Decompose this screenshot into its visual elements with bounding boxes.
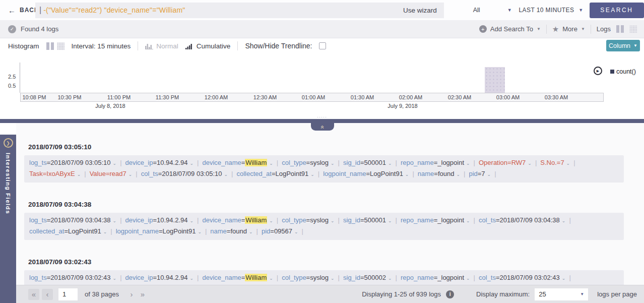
- log-field[interactable]: device_name=William⌄: [202, 273, 273, 284]
- star-icon: ★: [552, 25, 559, 34]
- back-button[interactable]: ← BACK: [0, 6, 35, 15]
- log-field[interactable]: Task=IxoAByxE⌄: [29, 169, 81, 180]
- log-field[interactable]: pid=09567⌄: [262, 226, 298, 237]
- grid-view-icon[interactable]: [629, 25, 637, 33]
- log-field[interactable]: device_ip=10.94.2.94⌄: [125, 273, 194, 284]
- field-dropdown-icon: ⌄: [190, 161, 194, 166]
- log-timestamp: 2018/07/09 03:02:43: [28, 258, 624, 266]
- log-field[interactable]: sig_id=500001⌄: [343, 158, 392, 169]
- log-field[interactable]: collected_at=LogPoint91⌄: [236, 169, 314, 180]
- page-number-input[interactable]: [58, 288, 78, 300]
- log-timestamp: 2018/07/09 03:05:10: [28, 143, 624, 151]
- prev-page-button[interactable]: ‹: [42, 289, 53, 300]
- play-icon[interactable]: ▶: [594, 67, 602, 75]
- field-divider: |: [277, 159, 278, 166]
- log-fields: log_ts=2018/07/09 03:02:43⌄|device_ip=10…: [24, 270, 624, 285]
- log-field[interactable]: Operation=RW7⌄: [479, 158, 532, 169]
- search-query-input[interactable]: | -("Value"="read2") "device_name"="Will…: [35, 3, 444, 18]
- log-field[interactable]: col_ts=2018/07/09 03:04:38⌄: [479, 215, 565, 226]
- field-divider: |: [573, 159, 575, 166]
- field-dropdown-icon: ⌄: [113, 218, 117, 223]
- log-field[interactable]: repo_name=_logpoint⌄: [401, 158, 470, 169]
- log-field[interactable]: repo_name=_logpoint⌄: [401, 273, 470, 284]
- log-field[interactable]: sig_id=500001⌄: [343, 215, 392, 226]
- log-field[interactable]: logpoint_name=LogPoint91⌄: [323, 169, 409, 180]
- plus-circle-icon: +: [479, 25, 487, 33]
- field-divider: |: [84, 170, 86, 177]
- expand-panel-icon[interactable]: ❯: [4, 138, 13, 148]
- more-button[interactable]: ★ More ▼: [552, 25, 585, 34]
- chevron-down-icon: ▼: [633, 43, 637, 48]
- normal-label: Normal: [156, 42, 178, 50]
- search-query-text: -("Value"="read2") "device_name"="Willia…: [43, 6, 185, 14]
- field-dropdown-icon: ⌄: [528, 161, 532, 166]
- log-field[interactable]: log_ts=2018/07/09 03:02:43⌄: [29, 273, 116, 284]
- field-dropdown-icon: ⌄: [294, 229, 298, 234]
- log-field[interactable]: device_name=William⌄: [202, 158, 273, 169]
- log-field[interactable]: log_ts=2018/07/09 03:04:38⌄: [29, 215, 116, 226]
- field-dropdown-icon: ⌄: [562, 218, 566, 223]
- normal-mode-button[interactable]: Normal: [145, 42, 178, 50]
- log-field[interactable]: device_ip=10.94.2.94⌄: [125, 158, 194, 169]
- trendline-checkbox[interactable]: [319, 42, 326, 49]
- histogram-grid-view-icon[interactable]: [57, 42, 65, 50]
- last-page-button[interactable]: »: [137, 289, 148, 300]
- field-dropdown-icon: ⌄: [388, 161, 392, 166]
- field-divider: |: [474, 159, 475, 166]
- use-wizard-link[interactable]: Use wizard: [403, 7, 439, 14]
- add-search-to-button[interactable]: + Add Search To ▼: [479, 25, 541, 33]
- field-dropdown-icon: ⌄: [128, 172, 133, 177]
- field-divider: |: [535, 159, 537, 166]
- column-type-dropdown[interactable]: Column ▼: [606, 40, 640, 51]
- log-field[interactable]: device_name=William⌄: [202, 215, 273, 226]
- field-dropdown-icon: ⌄: [190, 218, 194, 223]
- search-button[interactable]: SEARCH: [590, 3, 644, 18]
- log-field[interactable]: name=found⌄: [210, 226, 252, 237]
- log-field[interactable]: col_ts=2018/07/09 03:02:43⌄: [479, 273, 565, 284]
- log-field[interactable]: pid=7⌄: [469, 169, 491, 180]
- chevron-down-icon: ▼: [537, 27, 541, 31]
- divider-band: [0, 119, 644, 123]
- log-field[interactable]: col_type=syslog⌄: [282, 273, 334, 284]
- log-field[interactable]: col_type=syslog⌄: [282, 215, 334, 226]
- info-icon[interactable]: i: [446, 290, 454, 298]
- time-range-dropdown[interactable]: LAST 10 MINUTES ▼: [519, 7, 584, 14]
- log-field[interactable]: name=found⌄: [418, 169, 460, 180]
- field-divider: |: [474, 274, 475, 281]
- date-label: July 9, 2018: [388, 103, 417, 109]
- x-axis-tick: 01:00 AM: [302, 94, 325, 100]
- log-field[interactable]: col_ts=2018/07/09 03:05:10⌄: [141, 169, 228, 180]
- histogram-bars-view-icon[interactable]: [46, 42, 54, 50]
- next-page-button[interactable]: ›: [126, 289, 137, 300]
- first-page-button[interactable]: «: [28, 289, 39, 300]
- field-dropdown-icon: ⌄: [310, 172, 314, 177]
- log-field[interactable]: Value=read7⌄: [90, 169, 133, 180]
- field-dropdown-icon: ⌄: [456, 172, 460, 177]
- log-field[interactable]: logpoint_name=LogPoint91⌄: [116, 226, 202, 237]
- time-range-value: LAST 10 MINUTES: [519, 7, 574, 14]
- plot-area: 10:08 PM10:30 PM11:00 PM11:30 PM12:00 AM…: [20, 53, 604, 117]
- collapse-histogram-button[interactable]: «: [311, 123, 334, 131]
- log-field[interactable]: device_ip=10.94.2.94⌄: [125, 215, 194, 226]
- histogram-bar[interactable]: [485, 67, 505, 93]
- log-field[interactable]: log_ts=2018/07/09 03:05:10⌄: [29, 158, 116, 169]
- log-timestamp: 2018/07/09 03:04:38: [28, 201, 624, 208]
- repo-scope-dropdown[interactable]: All ▼: [473, 7, 512, 14]
- field-divider: |: [338, 159, 340, 166]
- log-field[interactable]: sig_id=500002⌄: [343, 273, 392, 284]
- field-divider: |: [412, 170, 414, 177]
- field-divider: |: [110, 227, 112, 235]
- log-field[interactable]: collected_at=LogPoint91⌄: [29, 226, 107, 237]
- log-field[interactable]: S.No.=7⌄: [540, 158, 570, 169]
- x-axis-strip[interactable]: 10:08 PM10:30 PM11:00 PM11:30 PM12:00 AM…: [20, 93, 604, 102]
- x-axis-tick: 02:00 AM: [399, 94, 422, 100]
- text-cursor: |: [39, 6, 41, 15]
- divider: [591, 25, 591, 34]
- display-maximum-select[interactable]: 25 ▼: [535, 288, 588, 300]
- cumulative-mode-button[interactable]: Cumulative: [185, 42, 231, 50]
- x-axis-tick: 03:30 AM: [545, 94, 568, 100]
- log-field[interactable]: repo_name=_logpoint⌄: [401, 215, 470, 226]
- log-field[interactable]: col_type=syslog⌄: [282, 158, 334, 169]
- column-view-icon[interactable]: [616, 25, 624, 33]
- x-axis-tick: 01:30 AM: [351, 94, 374, 100]
